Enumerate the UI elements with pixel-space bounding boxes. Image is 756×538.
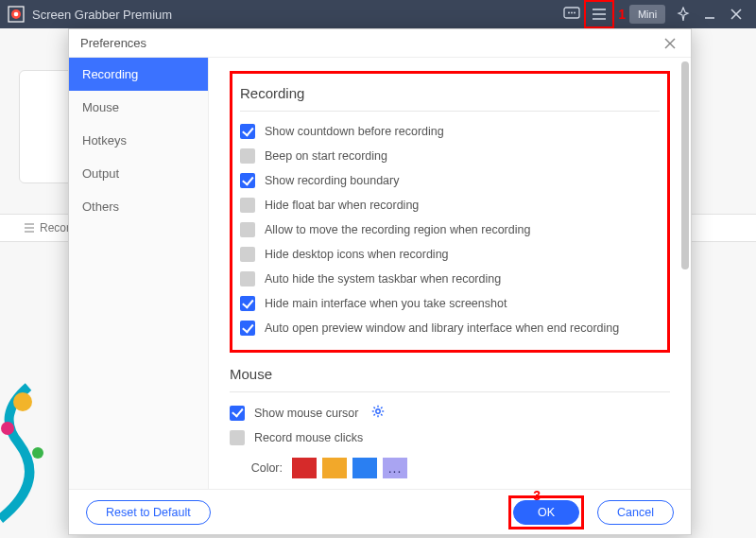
sidebar-item-mouse[interactable]: Mouse: [69, 91, 208, 124]
opt-hide-main-screenshot[interactable]: Hide main interface when you take screen…: [240, 291, 660, 316]
opt-autohide-taskbar[interactable]: Auto hide the system taskbar when record…: [240, 267, 660, 291]
svg-line-28: [382, 408, 383, 408]
scrollbar-thumb[interactable]: [681, 61, 689, 269]
svg-point-6: [574, 12, 576, 14]
checkbox[interactable]: [240, 271, 255, 286]
opt-auto-open-preview[interactable]: Auto open preview window and library int…: [240, 316, 660, 340]
app-logo-icon: [8, 6, 25, 23]
section-title-recording: Recording: [240, 85, 660, 101]
sidebar-item-hotkeys[interactable]: Hotkeys: [69, 124, 208, 157]
svg-line-27: [382, 414, 383, 415]
color-swatch-red[interactable]: [292, 458, 317, 478]
opt-record-clicks[interactable]: Record mouse clicks: [230, 425, 670, 450]
sidebar-item-others[interactable]: Others: [69, 190, 208, 223]
color-swatch-more[interactable]: ...: [383, 458, 407, 478]
preferences-content: 2 Recording Show countdown before record…: [209, 58, 691, 489]
checkbox[interactable]: [240, 247, 255, 262]
checkbox[interactable]: [240, 198, 255, 213]
mouse-color-row: Color: ...: [230, 458, 670, 478]
annotation-box-3: OK: [508, 495, 584, 529]
opt-hide-desktop-icons[interactable]: Hide desktop icons when recording: [240, 242, 660, 267]
close-icon[interactable]: [724, 3, 748, 26]
section-title-mouse: Mouse: [230, 366, 670, 382]
list-icon: [23, 221, 36, 234]
opt-show-boundary[interactable]: Show recording boundary: [240, 168, 660, 193]
opt-allow-move-region[interactable]: Allow to move the recording region when …: [240, 217, 660, 242]
recording-group: Recording Show countdown before recordin…: [230, 71, 670, 353]
checkbox[interactable]: [240, 148, 255, 164]
pin-icon[interactable]: [671, 3, 696, 26]
svg-line-29: [374, 414, 375, 415]
svg-point-5: [571, 12, 573, 14]
dialog-header: Preferences: [69, 29, 691, 58]
annotation-1: 1: [618, 7, 626, 22]
mini-mode-button[interactable]: Mini: [629, 5, 665, 24]
opt-show-countdown[interactable]: Show countdown before recording: [240, 119, 660, 144]
titlebar: Screen Grabber Premium 1 Mini: [0, 0, 756, 28]
checkbox[interactable]: [240, 173, 255, 188]
gear-icon[interactable]: [371, 405, 385, 421]
sidebar-item-output[interactable]: Output: [69, 157, 208, 190]
dialog-close-button[interactable]: [661, 34, 679, 53]
feedback-icon[interactable]: [559, 3, 584, 26]
menu-icon[interactable]: [587, 3, 611, 26]
color-label: Color:: [230, 461, 283, 475]
scrollbar[interactable]: [681, 61, 689, 525]
minimize-icon[interactable]: [697, 3, 722, 26]
color-swatch-blue[interactable]: [352, 458, 377, 478]
bg-toolbar-text: Recor: [40, 221, 70, 234]
checkbox[interactable]: [230, 406, 245, 421]
ok-button[interactable]: OK: [513, 500, 579, 525]
preferences-dialog: Preferences Recording Mouse Hotkeys Outp…: [68, 28, 692, 535]
checkbox[interactable]: [230, 430, 245, 445]
svg-point-18: [32, 447, 43, 459]
dialog-footer: Reset to Default 3 OK Cancel: [69, 489, 691, 534]
decorative-swirl: [0, 368, 76, 529]
checkbox[interactable]: [240, 321, 255, 336]
opt-hide-floatbar[interactable]: Hide float bar when recording: [240, 193, 660, 217]
preferences-sidebar: Recording Mouse Hotkeys Output Others: [69, 58, 209, 489]
opt-show-cursor[interactable]: Show mouse cursor: [230, 400, 670, 425]
opt-beep-start[interactable]: Beep on start recording: [240, 144, 660, 168]
svg-point-16: [13, 392, 32, 411]
sidebar-item-recording[interactable]: Recording: [69, 58, 208, 91]
svg-point-2: [14, 12, 19, 17]
svg-point-21: [376, 409, 380, 413]
svg-line-26: [374, 408, 375, 408]
checkbox[interactable]: [240, 124, 255, 139]
color-swatch-orange[interactable]: [322, 458, 347, 478]
app-title: Screen Grabber Premium: [32, 8, 172, 22]
svg-point-4: [568, 12, 570, 14]
annotation-box-1: [584, 0, 614, 28]
checkbox[interactable]: [240, 222, 255, 237]
cancel-button[interactable]: Cancel: [597, 500, 674, 525]
svg-point-17: [1, 422, 14, 435]
dialog-title: Preferences: [80, 36, 146, 50]
reset-button[interactable]: Reset to Default: [86, 500, 211, 525]
checkbox[interactable]: [240, 296, 255, 311]
